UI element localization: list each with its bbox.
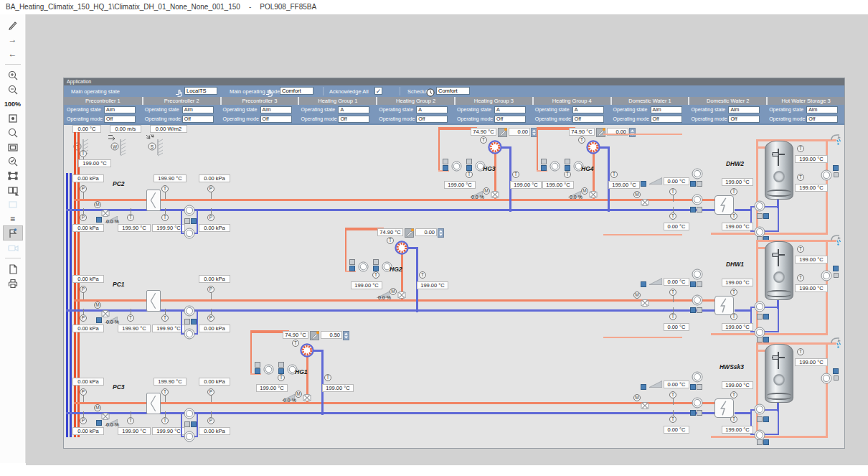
pressure-value[interactable]: 0.00 kPa xyxy=(72,174,104,182)
pressure-value[interactable]: 0.00 kPa xyxy=(199,378,230,386)
pump-command-icon[interactable] xyxy=(763,314,769,319)
temp-value[interactable]: 199.00 °C xyxy=(722,323,753,331)
solar-radiation-value[interactable]: 0.00 W/m2 xyxy=(150,125,187,133)
pressure-value[interactable]: 0.00 kPa xyxy=(199,224,230,232)
pump-icon[interactable] xyxy=(184,431,195,442)
setpoint-icon[interactable] xyxy=(641,281,646,287)
pump-status-icon[interactable] xyxy=(373,259,379,265)
pump-command-icon[interactable] xyxy=(833,368,839,374)
pump-icon[interactable] xyxy=(184,328,195,340)
pump-command-icon[interactable] xyxy=(690,307,696,313)
pump-status-icon[interactable] xyxy=(757,213,763,219)
pump-icon[interactable] xyxy=(263,364,274,375)
spinner-updown-icon[interactable] xyxy=(438,228,444,237)
pump-command-icon[interactable] xyxy=(763,213,769,219)
temp-value[interactable]: 0.00 °C xyxy=(664,223,689,230)
zoom-level-icon[interactable]: 100% xyxy=(4,97,22,111)
pump-status-icon[interactable] xyxy=(184,319,190,325)
undo-arrow-icon[interactable]: ← xyxy=(4,47,22,60)
pressure-value[interactable]: 0.00 kPa xyxy=(199,427,230,435)
pump-icon[interactable] xyxy=(184,228,195,239)
circulation-pump-icon[interactable] xyxy=(821,270,832,281)
setpoint-value[interactable]: 74.90 °C xyxy=(471,128,496,136)
temp-value[interactable]: 199.90 °C xyxy=(118,325,151,332)
pump-command-icon[interactable] xyxy=(565,165,570,171)
layers-icon[interactable]: ≡ xyxy=(4,212,22,225)
tank-temp-value[interactable]: 199.00 °C xyxy=(795,184,828,192)
comment-flag-icon[interactable] xyxy=(4,226,22,240)
pump-status-icon[interactable] xyxy=(697,307,702,313)
charging-pump-icon[interactable] xyxy=(754,200,765,212)
zoom-in-icon[interactable] xyxy=(4,68,22,82)
temp-value[interactable]: 199.00 °C xyxy=(722,178,753,186)
circulation-pump-icon[interactable] xyxy=(692,168,703,179)
temp-value[interactable]: 0.00 °C xyxy=(664,177,689,185)
temp-value[interactable]: 0.00 °C xyxy=(664,323,689,331)
pump-command-icon[interactable] xyxy=(833,165,839,171)
wind-speed-value[interactable]: 0.00 m/s xyxy=(110,125,141,133)
setpoint-icon[interactable] xyxy=(96,317,102,323)
pen-tool-icon[interactable] xyxy=(4,18,22,32)
temp-value[interactable]: 199.90 °C xyxy=(118,224,151,232)
pump-command-icon[interactable] xyxy=(763,416,769,422)
pump-command-icon[interactable] xyxy=(763,439,769,445)
setpoint-input[interactable]: 0.00 xyxy=(509,128,530,136)
frame-select-icon[interactable] xyxy=(4,197,22,211)
edit-pen-button[interactable] xyxy=(405,228,414,237)
pump-command-icon[interactable] xyxy=(349,266,355,271)
temp-value[interactable]: 199.00 °C xyxy=(722,279,753,286)
valve-icon[interactable] xyxy=(641,399,649,406)
pump-status-icon[interactable] xyxy=(541,159,547,164)
setpoint-icon[interactable] xyxy=(641,181,646,187)
pump-status-icon[interactable] xyxy=(184,421,190,427)
valve-icon[interactable] xyxy=(641,297,649,304)
zoom-verify-icon[interactable] xyxy=(4,154,22,168)
circulation-pump-icon[interactable] xyxy=(692,371,703,383)
pump-command-icon[interactable] xyxy=(443,165,448,171)
pump-status-icon[interactable] xyxy=(278,362,284,368)
center-view-icon[interactable] xyxy=(4,111,22,125)
pump-command-icon[interactable] xyxy=(466,165,472,171)
mixing-valve-icon[interactable] xyxy=(397,289,406,296)
temp-value[interactable]: 0.00 °C xyxy=(664,381,689,388)
setpoint-input[interactable]: 0.00 xyxy=(415,228,437,236)
pump-icon[interactable] xyxy=(692,194,703,205)
pressure-value[interactable]: 0.00 kPa xyxy=(199,174,230,182)
pump-command-icon[interactable] xyxy=(690,181,696,187)
pump-command-icon[interactable] xyxy=(278,368,284,374)
setpoint-icon[interactable] xyxy=(96,217,102,223)
pressure-value[interactable]: 0.00 kPa xyxy=(199,275,230,283)
pump-command-icon[interactable] xyxy=(255,368,260,374)
return-temp-value[interactable]: 199.00 °C xyxy=(322,384,354,392)
redo-arrow-icon[interactable]: → xyxy=(4,32,22,46)
pump-command-icon[interactable] xyxy=(690,281,696,287)
setpoint-value[interactable]: 74.90 °C xyxy=(283,331,308,339)
heating-circuit-icon[interactable] xyxy=(488,140,502,154)
tank-temp-value[interactable]: 199.00 °C xyxy=(795,358,828,366)
pump-status-icon[interactable] xyxy=(697,384,702,390)
setpoint-value[interactable]: 74.90 °C xyxy=(377,228,403,236)
pressure-value[interactable]: 0.00 kPa xyxy=(199,325,230,332)
charging-pump-icon[interactable] xyxy=(754,301,765,312)
heating-circuit-icon[interactable] xyxy=(586,140,600,154)
temp-value[interactable]: 199.00 °C xyxy=(722,223,753,230)
pump-icon[interactable] xyxy=(451,161,462,172)
pump-command-icon[interactable] xyxy=(833,266,839,271)
temp-value[interactable]: 199.00 °C xyxy=(722,381,753,389)
setpoint-icon[interactable] xyxy=(96,420,102,426)
spinner-updown-icon[interactable] xyxy=(343,330,349,340)
edit-pen-button[interactable] xyxy=(310,330,319,340)
pump-status-icon[interactable] xyxy=(757,416,763,422)
pump-status-icon[interactable] xyxy=(697,281,702,287)
district-supply-temp-value[interactable]: 199.00 °C xyxy=(78,159,111,167)
setpoint-value[interactable]: 74.90 °C xyxy=(569,128,595,136)
pressure-value[interactable]: 0.00 kPa xyxy=(72,378,104,386)
pump-status-icon[interactable] xyxy=(443,159,448,164)
temp-value[interactable]: 199.90 °C xyxy=(154,174,187,182)
heating-circuit-icon[interactable] xyxy=(300,343,314,358)
pump-status-icon[interactable] xyxy=(757,439,763,445)
pump-status-icon[interactable] xyxy=(834,375,839,381)
pump-status-icon[interactable] xyxy=(757,314,763,319)
pump-icon[interactable] xyxy=(358,261,369,272)
pump-command-icon[interactable] xyxy=(690,207,696,213)
